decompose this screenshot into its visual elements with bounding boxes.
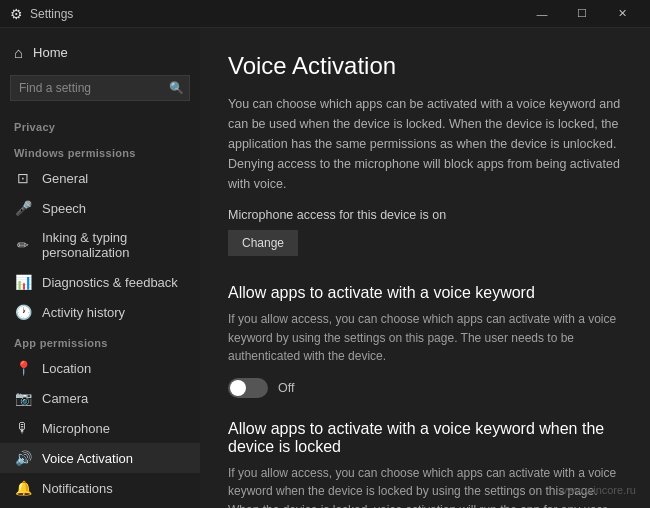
general-icon: ⊡: [14, 170, 32, 186]
content-area: Voice Activation You can choose which ap…: [200, 28, 650, 508]
change-button[interactable]: Change: [228, 230, 298, 256]
sidebar-item-speech-label: Speech: [42, 201, 86, 216]
sidebar-item-inking[interactable]: ✏ Inking & typing personalization: [0, 223, 200, 267]
page-title: Voice Activation: [228, 52, 622, 80]
section-desc-2: If you allow access, you can choose whic…: [228, 464, 622, 508]
section-label-app: App permissions: [0, 327, 200, 353]
sidebar-item-inking-label: Inking & typing personalization: [42, 230, 186, 260]
section-title-2: Allow apps to activate with a voice keyw…: [228, 420, 622, 456]
maximize-button[interactable]: ☐: [562, 0, 602, 28]
settings-icon: ⚙: [8, 6, 24, 22]
sidebar: ⌂ Home 🔍 Privacy Windows permissions ⊡ G…: [0, 28, 200, 508]
inking-icon: ✏: [14, 237, 32, 253]
diagnostics-icon: 📊: [14, 274, 32, 290]
search-icon: 🔍: [169, 81, 184, 95]
activity-icon: 🕐: [14, 304, 32, 320]
home-icon: ⌂: [14, 44, 23, 61]
titlebar-title: Settings: [30, 7, 522, 21]
voice-activation-icon: 🔊: [14, 450, 32, 466]
location-icon: 📍: [14, 360, 32, 376]
titlebar-controls: — ☐ ✕: [522, 0, 642, 28]
sidebar-item-camera-label: Camera: [42, 391, 88, 406]
notifications-icon: 🔔: [14, 480, 32, 496]
mic-status: Microphone access for this device is on: [228, 208, 622, 222]
section-label-windows: Windows permissions: [0, 137, 200, 163]
sidebar-item-voice-label: Voice Activation: [42, 451, 133, 466]
sidebar-search: 🔍: [10, 75, 190, 101]
search-input[interactable]: [10, 75, 190, 101]
sidebar-item-speech[interactable]: 🎤 Speech: [0, 193, 200, 223]
sidebar-item-microphone[interactable]: 🎙 Microphone: [0, 413, 200, 443]
titlebar: ⚙ Settings — ☐ ✕: [0, 0, 650, 28]
toggle-1[interactable]: [228, 378, 268, 398]
sidebar-item-camera[interactable]: 📷 Camera: [0, 383, 200, 413]
microphone-icon: 🎙: [14, 420, 32, 436]
sidebar-home-label: Home: [33, 45, 68, 60]
sidebar-item-activity[interactable]: 🕐 Activity history: [0, 297, 200, 327]
close-button[interactable]: ✕: [602, 0, 642, 28]
sidebar-item-general[interactable]: ⊡ General: [0, 163, 200, 193]
sidebar-item-general-label: General: [42, 171, 88, 186]
sidebar-item-home[interactable]: ⌂ Home: [0, 36, 200, 69]
camera-icon: 📷: [14, 390, 32, 406]
sidebar-item-activity-label: Activity history: [42, 305, 125, 320]
sidebar-item-location-label: Location: [42, 361, 91, 376]
sidebar-item-notifications-label: Notifications: [42, 481, 113, 496]
sidebar-item-location[interactable]: 📍 Location: [0, 353, 200, 383]
sidebar-item-microphone-label: Microphone: [42, 421, 110, 436]
minimize-button[interactable]: —: [522, 0, 562, 28]
speech-icon: 🎤: [14, 200, 32, 216]
toggle-label-1: Off: [278, 381, 294, 395]
section-title-1: Allow apps to activate with a voice keyw…: [228, 284, 622, 302]
sidebar-item-voice-activation[interactable]: 🔊 Voice Activation: [0, 443, 200, 473]
toggle-row-1: Off: [228, 378, 622, 398]
section-label-privacy: Privacy: [0, 111, 200, 137]
page-description: You can choose which apps can be activat…: [228, 94, 622, 194]
sidebar-item-notifications[interactable]: 🔔 Notifications: [0, 473, 200, 503]
main-container: ⌂ Home 🔍 Privacy Windows permissions ⊡ G…: [0, 28, 650, 508]
sidebar-item-diagnostics[interactable]: 📊 Diagnostics & feedback: [0, 267, 200, 297]
section-desc-1: If you allow access, you can choose whic…: [228, 310, 622, 366]
sidebar-item-diagnostics-label: Diagnostics & feedback: [42, 275, 178, 290]
